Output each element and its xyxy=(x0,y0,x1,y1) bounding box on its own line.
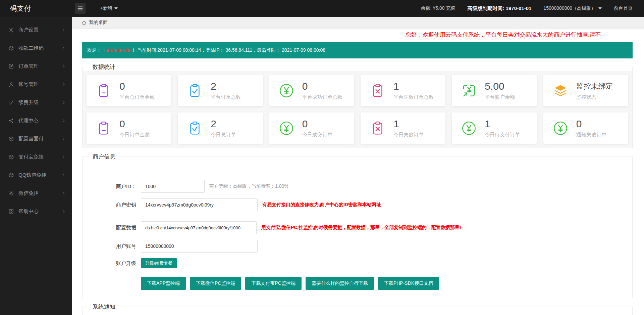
stat-card: 2平台订单总数 xyxy=(178,75,263,106)
front-home-link[interactable]: 前台首页 xyxy=(614,5,633,11)
system-notice-legend: 系统通知 xyxy=(89,303,119,311)
clipboard-check-icon xyxy=(187,83,203,98)
stat-card: 0平台总订单金额 xyxy=(87,75,171,106)
upgrade-renew-button[interactable]: 升级/续费套餐 xyxy=(141,258,177,268)
chevron-right-icon xyxy=(61,137,65,140)
sidebar-item-orders[interactable]: 订单管理 xyxy=(0,57,72,75)
download-app-monitor-button[interactable]: 下载APP监控端 xyxy=(141,277,186,290)
chevron-right-icon xyxy=(61,101,65,104)
cube-icon xyxy=(8,154,14,160)
sidebar-item-wechat-free[interactable]: 微信免挂 xyxy=(0,184,72,202)
topbar: 码支付 +新增 余额: ¥5.00 充值 高级版到期时间: 1970-01-01… xyxy=(0,0,644,17)
sidebar: 商户设置 收款二维码 订单管理 账号管理 续费升级 代理中心 配置当面付 支付宝… xyxy=(0,17,72,315)
download-wechat-pc-monitor-button[interactable]: 下载微信PC监控端 xyxy=(190,277,241,290)
topbar-right: 余额: ¥5.00 充值 高级版到期时间: 1970-01-01 1500000… xyxy=(421,5,644,12)
layers-icon xyxy=(553,83,568,98)
sidebar-item-face-pay[interactable]: 配置当面付 xyxy=(0,130,72,148)
welcome-info: ！ 当前时间:2021-07-09 08:00:14，登陆IP： 36.56.8… xyxy=(131,47,325,53)
stat-card: 1平台失败订单总数 xyxy=(361,75,445,106)
system-notice-fieldset: 系统通知 支持云手机挂监控,百度搜 爱云兔云手机 或者 红手指云手机 支持安卓 … xyxy=(82,303,633,315)
clipboard-x-icon xyxy=(370,121,385,136)
clipboard-x-icon xyxy=(370,83,385,98)
chevron-down-icon xyxy=(598,7,602,9)
breadcrumb[interactable]: 我的桌面 xyxy=(72,17,644,29)
chevron-right-icon xyxy=(61,83,65,86)
sidebar-item-help-center[interactable]: 帮助中心 xyxy=(0,202,72,220)
chevron-right-icon xyxy=(61,119,65,122)
stats-grid: 0平台总订单金额 2平台订单总数 0平台成功订单总数 1平台失败订单总数 5.0… xyxy=(83,71,632,148)
chevron-right-icon xyxy=(61,46,65,50)
cube-icon xyxy=(8,45,14,51)
clipboard-icon xyxy=(96,121,111,136)
money-receive-icon xyxy=(461,83,477,98)
merchant-key-hint: 有易支付接口的直接修改为,商户中心的ID密匙和本站网址 xyxy=(262,202,381,208)
sidebar-item-renew-upgrade[interactable]: 续费升级 xyxy=(0,93,72,111)
yen-circle-icon xyxy=(279,121,294,136)
chevron-down-icon xyxy=(114,7,118,9)
sidebar-item-merchant-settings[interactable]: 商户设置 xyxy=(0,21,72,39)
edit-icon xyxy=(8,63,14,69)
stat-card: 0今日订单金额 xyxy=(87,113,171,144)
sidebar-collapse-button[interactable] xyxy=(75,3,86,14)
stat-card: 0平台成功订单总数 xyxy=(269,75,354,106)
merchant-id-field[interactable] xyxy=(141,180,205,193)
stats-legend: 数据统计 xyxy=(89,63,119,71)
download-php-sdk-button[interactable]: 下载PHP-SDK接口文档 xyxy=(378,277,439,290)
clipboard-icon xyxy=(96,83,111,98)
chevron-right-icon xyxy=(61,28,65,32)
balance-group: 余额: ¥5.00 充值 xyxy=(421,5,455,11)
user-account-field[interactable] xyxy=(141,240,258,253)
stats-fieldset: 数据统计 0平台总订单金额 2平台订单总数 0平台成功订单总数 1平台失败订单总… xyxy=(82,63,633,148)
chevron-right-icon xyxy=(61,210,65,213)
stat-card: 监控未绑定监控状态 xyxy=(543,75,628,106)
sidebar-item-accounts[interactable]: 账号管理 xyxy=(0,75,72,93)
stat-card: 0通知失败订单 xyxy=(543,113,628,144)
chevron-right-icon xyxy=(61,155,65,159)
home-icon xyxy=(82,20,87,25)
check-icon xyxy=(8,100,14,105)
merchant-key-field[interactable] xyxy=(141,198,258,211)
welcome-prefix: 欢迎： xyxy=(87,47,103,53)
merchant-id-label: 商户ID： xyxy=(83,183,136,190)
balance-text: 余额: ¥5.00 xyxy=(421,5,445,11)
config-data-hint: 用支付宝,微信PC,挂监控,的时候需要把，配置数据，那里，全部复制到监控端的，配… xyxy=(261,225,461,231)
announcement-marquee: 您好，欢迎使用云码支付系统，平台每日会对交易流水大的商户进行抽查,请不 xyxy=(82,31,644,39)
merchant-legend: 商户信息 xyxy=(89,153,119,161)
yen-circle-icon xyxy=(461,121,477,136)
sidebar-item-qrcode[interactable]: 收款二维码 xyxy=(0,39,72,57)
sidebar-item-qq-wallet-free[interactable]: QQ钱包免挂 xyxy=(0,166,72,184)
add-new-dropdown[interactable]: +新增 xyxy=(100,5,118,11)
gear-icon xyxy=(8,190,14,196)
stat-card: 0今日成交订单 xyxy=(269,113,354,144)
yen-circle-icon xyxy=(553,121,568,136)
welcome-bar: 欢迎： 15000000000！ 当前时间:2021-07-09 08:00:1… xyxy=(82,42,633,58)
cube-icon xyxy=(8,136,14,142)
chevron-right-icon xyxy=(61,191,65,195)
account-dropdown[interactable]: 15000000000（高级版） xyxy=(543,5,602,11)
merchant-key-label: 商户密钥 xyxy=(83,202,136,208)
recharge-link[interactable]: 充值 xyxy=(446,5,455,11)
account-name: 15000000000（高级版） xyxy=(543,5,596,11)
share-icon xyxy=(8,118,14,124)
main-area: 我的桌面 您好，欢迎使用云码支付系统，平台每日会对交易流水大的商户进行抽查,请不… xyxy=(72,17,644,315)
stat-card: 1今日失败订单 xyxy=(361,113,445,144)
clipboard-check-icon xyxy=(187,121,203,136)
download-alipay-pc-monitor-button[interactable]: 下载支付宝PC监控端 xyxy=(245,277,301,290)
monitor-options-button[interactable]: 需要什么样的监控自行下载 xyxy=(306,277,374,290)
sidebar-item-agent-center[interactable]: 代理中心 xyxy=(0,111,72,130)
account-upgrade-label: 账户升级 xyxy=(83,260,136,267)
yen-circle-icon xyxy=(279,83,294,98)
add-new-label: +新增 xyxy=(100,5,112,11)
sidebar-item-alipay-free[interactable]: 支付宝免挂 xyxy=(0,148,72,166)
gear-icon xyxy=(8,27,14,33)
expire-date-text: 高级版到期时间: 1970-01-01 xyxy=(467,5,531,12)
merchant-level-hint: 商户等级：高级版，当前费率：1.00% xyxy=(209,183,288,189)
config-data-field[interactable] xyxy=(141,221,257,234)
chevron-right-icon xyxy=(61,64,65,68)
stat-card: 5.00平台账户余额 xyxy=(452,75,537,106)
chevron-right-icon xyxy=(61,173,65,177)
welcome-account: 15000000000 xyxy=(103,48,131,53)
user-account-label: 用户账号 xyxy=(83,243,136,250)
config-data-label: 配置数据 xyxy=(83,225,136,231)
breadcrumb-current: 我的桌面 xyxy=(89,19,108,26)
